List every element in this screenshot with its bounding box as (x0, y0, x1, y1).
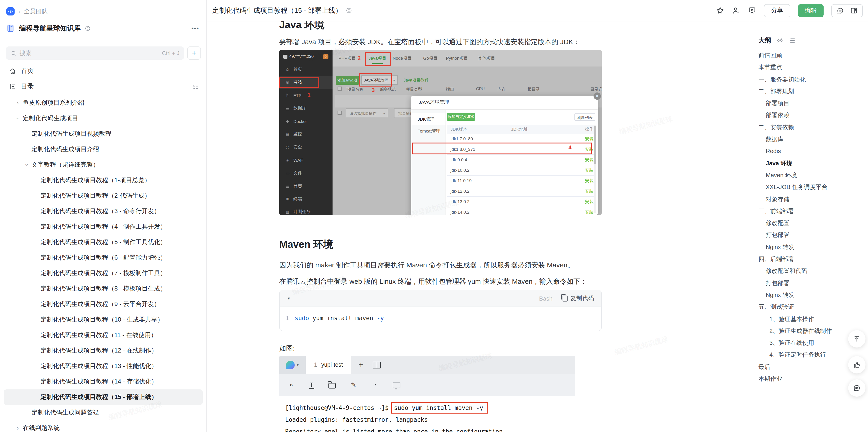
tree-item[interactable]: 定制化代码生成项目教程（4 - 制作工具开发） (4, 219, 203, 235)
tree-item[interactable]: 定制化代码生成项目教程（1-项目总览） (4, 173, 203, 188)
terminal-app-menu[interactable]: ▾ (279, 356, 306, 374)
gauge-tool-icon[interactable]: ◔ (371, 381, 378, 389)
bt-menu-item[interactable]: ◎ 安全 (279, 141, 333, 154)
share-button[interactable]: 分享 (764, 4, 790, 17)
dialog-tab-jdk[interactable]: JDK管理 (411, 114, 445, 125)
star-icon[interactable] (716, 6, 724, 14)
jdk-install-link[interactable]: 安装 (585, 176, 593, 186)
dialog-tab-tomcat[interactable]: Tomcat管理 (411, 125, 445, 137)
bt-menu-item[interactable]: ▤ 日志 (279, 180, 333, 193)
jdk-install-link[interactable]: 安装 (585, 207, 593, 215)
jdk-install-link[interactable]: 安装 (585, 186, 593, 196)
edit-tool-icon[interactable]: ✎ (350, 381, 357, 389)
tree-item[interactable]: › 文字教程（超详细完整） (4, 157, 203, 173)
outline-item[interactable]: 部署依赖 (758, 110, 868, 122)
tree-item[interactable]: 定制化代码生成项目教程（9 - 云平台开发） (4, 297, 203, 312)
comment-fab-button[interactable] (848, 379, 866, 397)
like-button[interactable] (848, 356, 866, 373)
tree-item[interactable]: 定制化代码生成项目教程（3 - 命令行开发） (4, 204, 203, 219)
refresh-list-button[interactable]: 刷新列表 (575, 114, 595, 121)
tree-item[interactable]: 定制化代码生成项目视频教程 (4, 126, 203, 142)
presentation-icon[interactable] (748, 6, 756, 14)
outline-item[interactable]: Nginx 转发 (758, 241, 868, 253)
code-tool-icon[interactable]: ‹› (287, 382, 295, 388)
terminal-screenshot[interactable]: ▾ 1 yupi-test + ‹› T (279, 356, 575, 432)
more-menu-button[interactable]: ••• (191, 25, 199, 32)
back-to-top-button[interactable] (848, 330, 866, 347)
split-pane-icon[interactable] (372, 362, 380, 368)
bt-tutorial-link[interactable]: Java项目教程 (404, 76, 429, 85)
bt-checkbox[interactable] (338, 111, 342, 115)
search-input[interactable]: 搜索 Ctrl + J (6, 47, 184, 60)
edit-button[interactable]: 编辑 (798, 4, 824, 17)
tree-item[interactable]: 定制化代码生成项目教程（14 - 存储优化） (4, 374, 203, 390)
add-collaborator-icon[interactable] (732, 6, 740, 14)
bt-menu-item[interactable]: ◈ WAF (279, 154, 333, 167)
outline-list-icon[interactable] (788, 37, 796, 44)
outline-item[interactable]: Redis (758, 146, 868, 158)
outline-item[interactable]: 修改配置 (758, 217, 868, 229)
bt-tab[interactable]: 其他项目 (478, 50, 495, 66)
jdk-install-link[interactable]: 安装 (585, 165, 593, 175)
bt-menu-item[interactable]: ▦ 计划任务 (279, 206, 333, 215)
tree-item[interactable]: › 定制化代码生成项目 (4, 111, 203, 126)
tree-item[interactable]: 定制化代码生成项目介绍 (4, 142, 203, 157)
outline-item[interactable]: 二、部署规划 (758, 86, 868, 98)
bt-tab[interactable]: Python项目 (446, 50, 468, 66)
sidebar-item-home[interactable]: 首页 (0, 63, 206, 79)
tree-item[interactable]: 定制化代码生成项目教程（10 - 生成器共享） (4, 312, 203, 328)
tree-chevron-icon[interactable]: › (15, 425, 21, 431)
tree-item[interactable]: 定制化代码生成项目教程（6 - 配置能力增强） (4, 250, 203, 266)
outline-item[interactable]: 数据库 (758, 133, 868, 146)
tree-item[interactable]: 定制化代码生成项目教程（7 - 模板制作工具） (4, 266, 203, 281)
new-tab-icon[interactable]: + (359, 356, 363, 374)
add-custom-jdk-button[interactable]: 添加自定义JDK (447, 113, 475, 121)
dialog-scrollbar-thumb[interactable] (594, 126, 596, 164)
outline-item[interactable]: 二、安装依赖 (758, 122, 868, 134)
bt-panel-screenshot[interactable]: 49.***.***.230 0 ⌂ 首页 ◉ (279, 50, 602, 215)
tree-item[interactable]: 定制化代码生成项目教程（13 - 性能优化） (4, 359, 203, 374)
outline-item[interactable]: Java 环境 (758, 157, 868, 169)
tree-item[interactable]: 定制化代码生成项目教程（11 - 在线使用） (4, 328, 203, 343)
tree-item[interactable]: 定制化代码生成项目教程（5 - 制作工具优化） (4, 235, 203, 250)
outline-item[interactable]: 前情回顾 (758, 50, 868, 62)
bt-batch-select[interactable]: 请选择批量操作▾ (346, 109, 388, 118)
tree-item[interactable]: 定制化代码生成项目教程（15 - 部署上线） (4, 390, 203, 405)
bt-tab[interactable]: PHP项目 (338, 50, 356, 66)
bt-menu-item[interactable]: ⇅ FTP (279, 89, 333, 102)
outline-item[interactable]: 对象存储 (758, 193, 868, 206)
outline-item[interactable]: Nginx 转发 (758, 289, 868, 301)
sidebar-item-toc[interactable]: 目录 (0, 79, 206, 94)
tree-item[interactable]: › 鱼皮原创项目系列介绍 (4, 95, 203, 111)
new-doc-button[interactable]: + (187, 47, 201, 60)
side-panel-icon[interactable] (850, 7, 858, 14)
close-icon[interactable]: ✕ (593, 92, 601, 100)
bt-tab[interactable]: Node项目 (393, 50, 411, 66)
bt-menu-item[interactable]: ▣ 终端 (279, 193, 333, 206)
tree-chevron-icon[interactable]: › (14, 116, 21, 121)
bt-menu-item[interactable]: ◆ Docker (279, 115, 333, 128)
tree-chevron-icon[interactable]: › (24, 162, 30, 167)
tree-item[interactable]: › 在线判题系统 (4, 421, 203, 432)
bt-menu-item[interactable]: ▦ 监控 (279, 128, 333, 141)
outline-item[interactable]: XXL-JOB 任务调度平台 (758, 182, 868, 193)
outline-item[interactable]: 修改配置和代码 (758, 265, 868, 277)
outline-item[interactable]: 部署项目 (758, 97, 868, 110)
outline-item[interactable]: 四、后端部署 (758, 253, 868, 265)
code-collapse-icon[interactable]: ▼ (287, 296, 290, 300)
jdk-install-link[interactable]: 安装 (585, 197, 593, 207)
tree-item[interactable]: 定制化代码生成项目教程（8 - 模板项目生成） (4, 281, 203, 297)
tree-item[interactable]: 定制化代码生成项目教程（12 - 在线制作） (4, 343, 203, 359)
outline-item[interactable]: 1、验证基本操作 (758, 313, 868, 325)
terminal-tab[interactable]: 1 yupi-test (306, 356, 351, 374)
bt-add-java-button[interactable]: 添加Java项目 (336, 76, 359, 85)
bt-tab[interactable]: Go项目 (423, 50, 437, 66)
workspace-logo-icon[interactable]: </> (6, 7, 14, 16)
eye-off-icon[interactable] (776, 37, 783, 44)
comment-icon[interactable] (836, 7, 844, 14)
folder-tool-icon[interactable] (329, 383, 336, 389)
copy-code-button[interactable]: 复制代码 (563, 294, 594, 302)
bt-menu-item[interactable]: ⌂ 首页 (279, 63, 333, 76)
breadcrumb-team[interactable]: 全员团队 (24, 7, 48, 16)
collapse-all-icon[interactable] (192, 83, 199, 90)
